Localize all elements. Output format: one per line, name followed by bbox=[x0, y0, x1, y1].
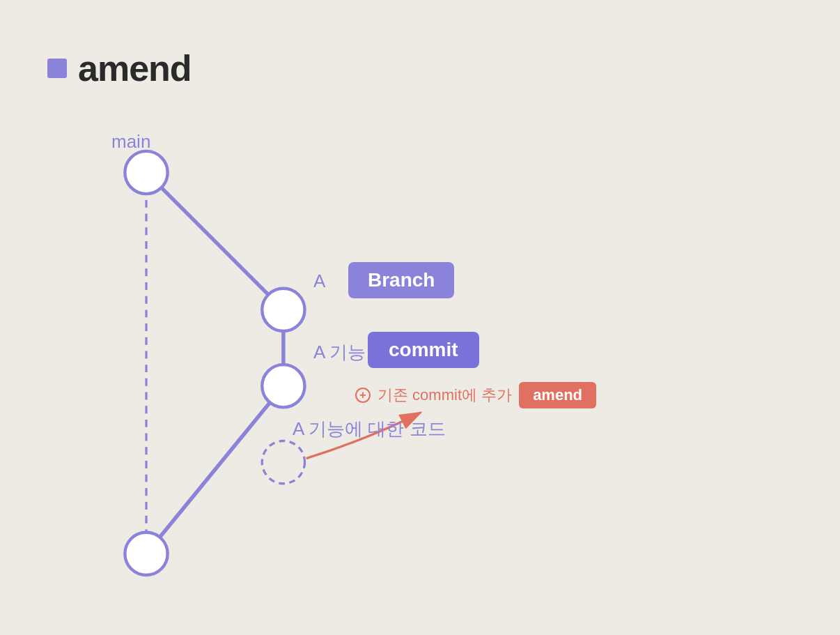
badge-commit: commit bbox=[368, 332, 479, 368]
node-a bbox=[262, 289, 304, 331]
label-a-code: A 기능에 대한 코드 bbox=[293, 417, 446, 441]
label-node-a: A bbox=[313, 270, 325, 292]
diagram-container: main A Branch A 기능 commit + 기존 commit에 추… bbox=[42, 112, 738, 599]
node-a-feature bbox=[262, 365, 304, 407]
node-bottom bbox=[125, 533, 167, 575]
node-main bbox=[125, 151, 167, 194]
page-title: amend bbox=[78, 47, 192, 89]
badge-branch: Branch bbox=[348, 262, 454, 298]
annotation-row: + 기존 commit에 추가 amend bbox=[355, 382, 596, 408]
title-area: amend bbox=[47, 47, 192, 89]
annotation-text: 기존 commit에 추가 bbox=[378, 385, 512, 406]
title-square-icon bbox=[47, 59, 67, 78]
badge-amend: amend bbox=[519, 382, 596, 408]
plus-circle-icon: + bbox=[355, 388, 371, 403]
node-a-code-dashed bbox=[262, 441, 304, 484]
label-main: main bbox=[111, 131, 150, 153]
line-main-to-a bbox=[146, 173, 283, 310]
label-a-feature: A 기능 bbox=[313, 340, 366, 365]
